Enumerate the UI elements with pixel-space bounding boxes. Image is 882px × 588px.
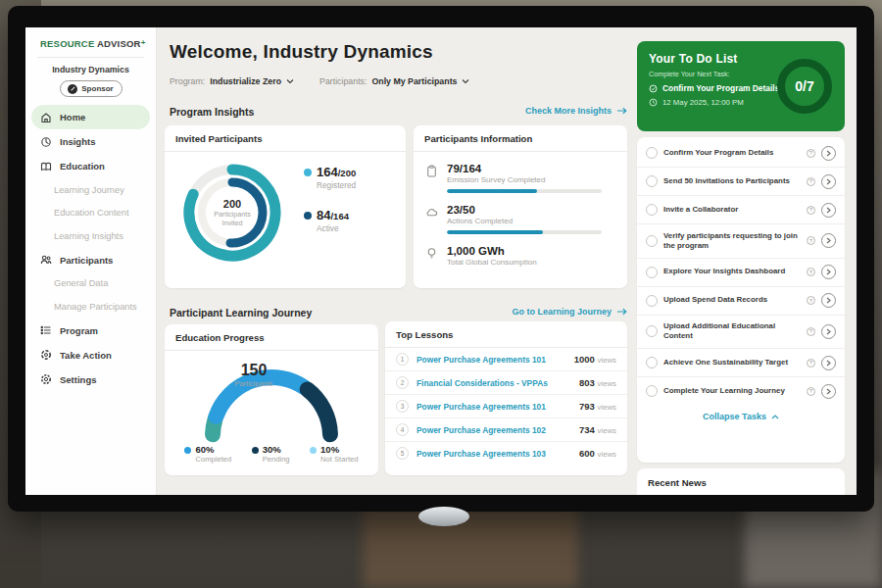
chevron-right-icon — [826, 388, 831, 395]
insights-icon — [40, 136, 52, 148]
info-icon[interactable]: ? — [807, 268, 815, 276]
card-title: Invited Participants — [165, 125, 406, 152]
sidebar-item-home[interactable]: Home — [31, 105, 150, 129]
task-checkbox[interactable] — [646, 295, 658, 307]
collapse-tasks-link[interactable]: Collapse Tasks — [637, 405, 845, 426]
program-filter: Program: Industrialize Zero — [170, 76, 294, 86]
gauge-center: 150 Participants — [165, 362, 343, 388]
task-open-button[interactable] — [821, 356, 836, 370]
sidebar-item-take-action[interactable]: Take Action — [31, 343, 150, 368]
sidebar: RESOURCE ADVISOR+ Industry Dynamics Spon… — [25, 27, 157, 495]
lesson-link[interactable]: Power Purchase Agreements 101 — [416, 355, 566, 365]
chevron-right-icon — [826, 207, 831, 214]
sidebar-item-label: Participants — [60, 255, 113, 266]
invited-donut-chart: 200 Participants Invited — [178, 159, 286, 267]
info-icon[interactable]: ? — [807, 359, 815, 368]
info-icon[interactable]: ? — [807, 387, 815, 396]
check-more-insights-link[interactable]: Check More Insights — [525, 106, 627, 116]
check-circle-icon — [649, 84, 658, 93]
sidebar-item-general-data[interactable]: General Data — [25, 272, 156, 296]
task-checkbox[interactable] — [646, 204, 658, 216]
chevron-down-icon — [286, 78, 294, 84]
legend-dot — [304, 169, 312, 176]
info-icon[interactable]: ? — [807, 177, 815, 186]
lesson-link[interactable]: Power Purchase Agreements 103 — [416, 449, 571, 459]
task-row: Achieve One Sustainability Target ? — [637, 349, 845, 377]
sidebar-item-label: Education — [60, 161, 105, 172]
sidebar-item-learning-insights[interactable]: Learning Insights — [25, 224, 156, 248]
task-checkbox[interactable] — [646, 235, 658, 247]
task-open-button[interactable] — [821, 233, 836, 248]
clipboard-icon — [425, 165, 438, 177]
arrow-right-icon — [616, 308, 627, 316]
info-icon[interactable]: ? — [807, 296, 815, 305]
app-logo[interactable]: RESOURCE ADVISOR+ — [25, 27, 156, 49]
task-row: Complete Your Learning Journey ? — [637, 377, 845, 405]
task-checkbox[interactable] — [646, 325, 658, 337]
participants-information-card: Participants Information 79/164 Emission… — [414, 125, 627, 288]
sidebar-item-program[interactable]: Program — [31, 318, 150, 343]
sponsor-badge[interactable]: Sponsor — [60, 80, 122, 97]
program-select[interactable]: Industrialize Zero — [210, 76, 294, 86]
action-icon — [40, 349, 52, 361]
program-insights-heading: Program Insights — [170, 106, 254, 118]
legend-not-started: 10% Not Started — [310, 444, 358, 464]
sidebar-item-label: Home — [60, 112, 85, 122]
legend-active: 84/164 Active — [304, 208, 356, 233]
arrow-right-icon — [616, 107, 627, 115]
legend-dot — [184, 447, 191, 454]
sidebar-item-settings[interactable]: Settings — [31, 368, 150, 392]
sidebar-item-label: Insights — [60, 136, 95, 147]
task-checkbox[interactable] — [646, 385, 658, 397]
task-row: Invite a Collaborator ? — [637, 196, 845, 224]
legend-dot — [252, 447, 259, 454]
chevron-right-icon — [826, 328, 831, 335]
task-row: Upload Spend Data Records ? — [637, 287, 845, 316]
sidebar-item-insights[interactable]: Insights — [31, 129, 150, 154]
task-open-button[interactable] — [821, 174, 836, 189]
stat-actions: 23/50 Actions Completed — [414, 204, 627, 234]
info-icon[interactable]: ? — [807, 149, 815, 158]
sidebar-item-learning-journey[interactable]: Learning Journey — [25, 178, 156, 202]
sidebar-item-manage-participants[interactable]: Manage Participants — [25, 295, 156, 318]
rank-badge: 1 — [396, 353, 409, 366]
recent-news-card: Recent News — [637, 468, 845, 495]
monitor-stand — [418, 507, 469, 526]
todo-summary-card: Your To Do List Complete Your Next Task:… — [637, 41, 845, 131]
legend-completed: 60% Completed — [184, 444, 231, 464]
home-icon — [40, 112, 52, 123]
rank-badge: 5 — [396, 447, 409, 460]
info-icon[interactable]: ? — [807, 327, 815, 336]
task-row: Verify participants requesting to join t… — [637, 224, 845, 259]
info-icon[interactable]: ? — [807, 236, 815, 245]
task-checkbox[interactable] — [646, 175, 658, 187]
sidebar-item-education[interactable]: Education — [31, 154, 150, 178]
lesson-link[interactable]: Power Purchase Agreements 101 — [416, 402, 571, 412]
info-icon[interactable]: ? — [807, 206, 815, 215]
task-checkbox[interactable] — [646, 147, 658, 159]
legend-pending: 30% Pending — [252, 444, 290, 464]
task-open-button[interactable] — [821, 384, 836, 399]
task-open-button[interactable] — [821, 293, 836, 308]
task-open-button[interactable] — [821, 324, 836, 339]
stat-emission-survey: 79/164 Emission Survey Completed — [414, 163, 627, 193]
lesson-link[interactable]: Power Purchase Agreements 102 — [416, 425, 571, 435]
organization-name: Industry Dynamics — [25, 65, 156, 74]
card-title: Top Lessons — [385, 321, 627, 348]
lesson-row: 1 Power Purchase Agreements 101 1000 vie… — [385, 348, 627, 371]
task-checkbox[interactable] — [646, 267, 658, 278]
task-row: Confirm Your Program Details ? — [637, 139, 845, 168]
participants-select[interactable]: Only My Participants — [371, 76, 469, 86]
sidebar-item-participants[interactable]: Participants — [31, 248, 150, 272]
task-open-button[interactable] — [821, 265, 836, 279]
chevron-right-icon — [826, 297, 831, 304]
sidebar-item-education-content[interactable]: Education Content — [25, 202, 156, 225]
task-checkbox[interactable] — [646, 357, 658, 368]
lesson-link[interactable]: Financial Considerations - VPPAs — [416, 378, 571, 388]
legend-registered: 164/200 Registered — [304, 165, 356, 190]
task-open-button[interactable] — [821, 203, 836, 218]
stat-consumption: 1,000 GWh Total Global Consumption — [414, 245, 627, 267]
learning-journey-heading: Participant Learning Journey — [170, 307, 312, 318]
task-open-button[interactable] — [821, 146, 836, 161]
go-to-learning-journey-link[interactable]: Go to Learning Journey — [512, 307, 627, 317]
